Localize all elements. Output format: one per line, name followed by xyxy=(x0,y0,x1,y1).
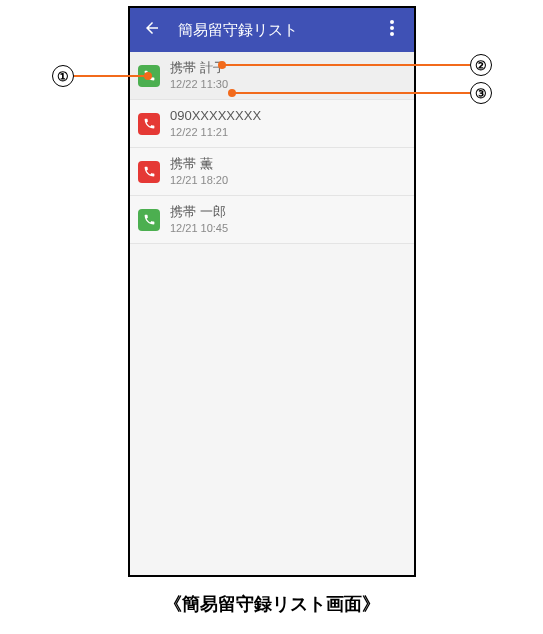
list-item-text: 090XXXXXXXX 12/22 11:21 xyxy=(170,108,261,139)
svg-point-0 xyxy=(390,20,394,24)
call-time: 12/22 11:21 xyxy=(170,126,261,139)
annotation-dot xyxy=(228,89,236,97)
annotation-dot xyxy=(218,61,226,69)
annotation-line xyxy=(222,64,470,66)
more-vert-icon xyxy=(390,20,394,40)
app-bar-title: 簡易留守録リスト xyxy=(168,21,376,40)
arrow-left-icon xyxy=(143,19,161,41)
annotation-dot xyxy=(144,72,152,80)
list-item-text: 携帯 薫 12/21 18:20 xyxy=(170,156,228,187)
call-time: 12/21 18:20 xyxy=(170,174,228,187)
caller-name: 携帯 一郎 xyxy=(170,204,228,220)
call-time: 12/21 10:45 xyxy=(170,222,228,235)
back-button[interactable] xyxy=(136,14,168,46)
annotation-label-2: ② xyxy=(470,54,492,76)
figure-caption: 《簡易留守録リスト画面》 xyxy=(0,592,543,616)
svg-point-1 xyxy=(390,26,394,30)
annotation-line xyxy=(74,75,144,77)
phone-icon xyxy=(138,209,160,231)
phone-icon xyxy=(138,161,160,183)
list-item-text: 携帯 一郎 12/21 10:45 xyxy=(170,204,228,235)
list-item[interactable]: 090XXXXXXXX 12/22 11:21 xyxy=(130,100,414,148)
voicemail-list: 携帯 計子 12/22 11:30 090XXXXXXXX 12/22 11:2… xyxy=(130,52,414,244)
list-item[interactable]: 携帯 一郎 12/21 10:45 xyxy=(130,196,414,244)
annotation-label-3: ③ xyxy=(470,82,492,104)
call-time: 12/22 11:30 xyxy=(170,78,228,91)
overflow-menu-button[interactable] xyxy=(376,14,408,46)
app-bar: 簡易留守録リスト xyxy=(130,8,414,52)
svg-point-2 xyxy=(390,32,394,36)
list-item[interactable]: 携帯 薫 12/21 18:20 xyxy=(130,148,414,196)
phone-icon xyxy=(138,113,160,135)
annotation-line xyxy=(232,92,470,94)
caller-name: 携帯 薫 xyxy=(170,156,228,172)
caller-name: 090XXXXXXXX xyxy=(170,108,261,124)
annotation-label-1: ① xyxy=(52,65,74,87)
